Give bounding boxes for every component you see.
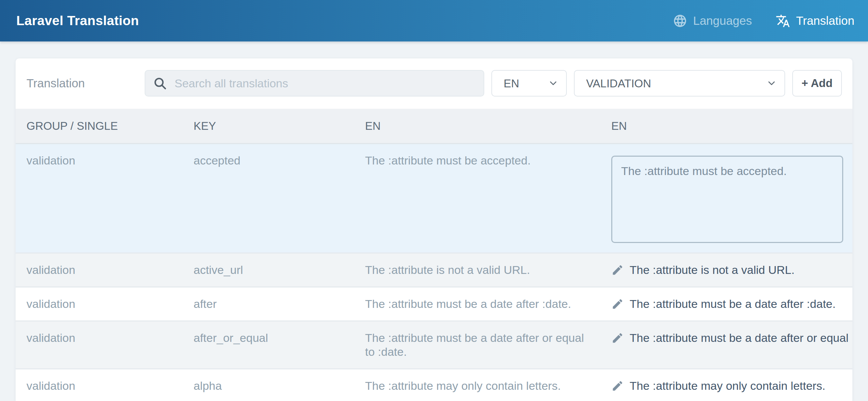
locale-select-wrap: EN: [491, 70, 567, 97]
table-row[interactable]: validation after The :attribute must be …: [16, 287, 852, 321]
key-cell: accepted: [183, 144, 354, 253]
nav-link-languages[interactable]: Languages: [673, 14, 752, 28]
pencil-icon: [611, 264, 624, 276]
translation-text: The :attribute is not a valid URL.: [630, 263, 795, 277]
translation-text: The :attribute may only contain letters.: [630, 379, 825, 393]
navbar: Laravel Translation Languages Translatio…: [0, 0, 868, 41]
group-cell: validation: [16, 287, 183, 321]
nav-link-translation-label: Translation: [796, 14, 854, 28]
pencil-icon: [611, 298, 624, 310]
app-brand-title: Laravel Translation: [16, 13, 139, 28]
table-header-row: GROUP / SINGLE KEY EN EN: [16, 109, 852, 144]
translation-cell: The :attribute must be accepted.: [600, 144, 852, 253]
key-cell: active_url: [183, 253, 354, 287]
table-row[interactable]: validation accepted The :attribute must …: [16, 144, 852, 253]
key-cell: after_or_equal: [183, 321, 354, 369]
group-select-wrap: VALIDATION: [574, 70, 785, 97]
group-cell: validation: [16, 253, 183, 287]
translation-text: The :attribute must be a date after or e…: [630, 331, 849, 345]
search-input[interactable]: [145, 70, 484, 97]
source-cell: The :attribute may only contain letters.: [354, 369, 600, 401]
translations-table: GROUP / SINGLE KEY EN EN validation acce…: [16, 109, 852, 401]
translation-text: The :attribute must be a date after :dat…: [630, 297, 836, 311]
translate-icon: [776, 14, 790, 28]
column-header-source: EN: [354, 109, 600, 144]
group-cell: validation: [16, 321, 183, 369]
translation-cell[interactable]: The :attribute must be a date after or e…: [600, 321, 852, 369]
navbar-links: Languages Translation: [673, 14, 854, 28]
column-header-target: EN: [600, 109, 852, 144]
source-cell: The :attribute is not a valid URL.: [354, 253, 600, 287]
group-select[interactable]: VALIDATION: [574, 70, 785, 97]
table-row[interactable]: validation active_url The :attribute is …: [16, 253, 852, 287]
translation-cell[interactable]: The :attribute is not a valid URL.: [600, 253, 852, 287]
content-card: Translation EN VALIDATION + Add GROUP /: [16, 58, 852, 401]
translation-cell[interactable]: The :attribute must be a date after :dat…: [600, 287, 852, 321]
key-cell: alpha: [183, 369, 354, 401]
nav-link-translation[interactable]: Translation: [776, 14, 854, 28]
key-cell: after: [183, 287, 354, 321]
source-cell: The :attribute must be a date after or e…: [354, 321, 600, 369]
page-title: Translation: [26, 76, 145, 90]
translation-cell[interactable]: The :attribute may only contain letters.: [600, 369, 852, 401]
locale-select[interactable]: EN: [491, 70, 567, 97]
table-row[interactable]: validation after_or_equal The :attribute…: [16, 321, 852, 369]
translation-edit-textarea[interactable]: The :attribute must be accepted.: [611, 156, 843, 243]
source-cell: The :attribute must be a date after :dat…: [354, 287, 600, 321]
group-cell: validation: [16, 144, 183, 253]
table-row[interactable]: validation alpha The :attribute may only…: [16, 369, 852, 401]
toolbar: Translation EN VALIDATION + Add: [16, 58, 852, 109]
nav-link-languages-label: Languages: [693, 14, 752, 28]
add-button[interactable]: + Add: [792, 70, 842, 97]
source-cell: The :attribute must be accepted.: [354, 144, 600, 253]
column-header-key: KEY: [183, 109, 354, 144]
pencil-icon: [611, 332, 624, 344]
search-icon: [153, 76, 167, 90]
globe-icon: [673, 14, 687, 28]
column-header-group: GROUP / SINGLE: [16, 109, 183, 144]
group-cell: validation: [16, 369, 183, 401]
pencil-icon: [611, 380, 624, 392]
search-field-wrap: [145, 70, 484, 97]
